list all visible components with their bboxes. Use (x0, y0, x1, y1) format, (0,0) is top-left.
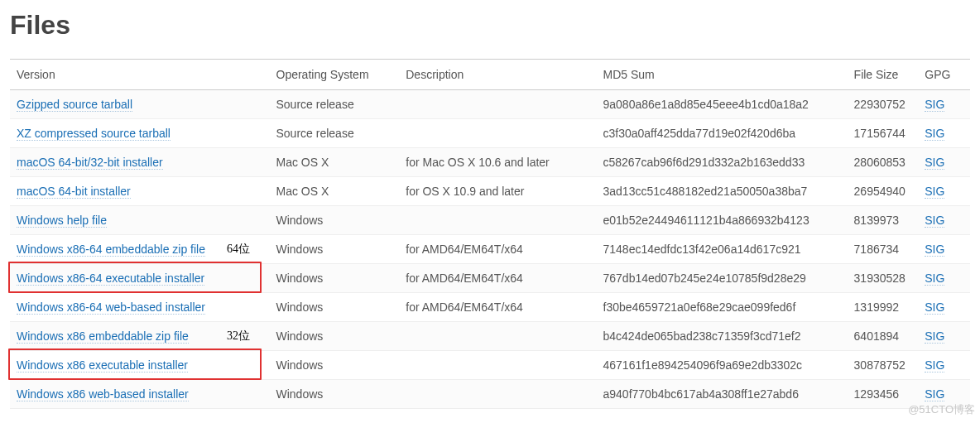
table-row: Windows help fileWindowse01b52e244946111… (10, 206, 970, 235)
cell-gpg: SIG (918, 235, 970, 264)
version-link[interactable]: Windows x86-64 embeddable zip file (17, 243, 205, 257)
cell-description: for AMD64/EM64T/x64 (399, 264, 596, 293)
cell-filesize: 28060853 (848, 148, 919, 177)
page-title: Files (10, 10, 970, 41)
cell-filesize: 17156744 (848, 119, 919, 148)
table-row: XZ compressed source tarballSource relea… (10, 119, 970, 148)
col-header-md5: MD5 Sum (597, 60, 848, 90)
cell-description (399, 90, 596, 119)
cell-os: Windows (270, 322, 400, 351)
cell-description: for AMD64/EM64T/x64 (399, 235, 596, 264)
gpg-sig-link[interactable]: SIG (925, 329, 944, 344)
annotation-32bit: 32位 (227, 329, 250, 344)
col-header-gpg: GPG (918, 60, 970, 90)
version-link[interactable]: Windows x86-64 executable installer (17, 272, 204, 286)
cell-filesize: 6401894 (848, 322, 919, 351)
table-row: macOS 64-bit installerMac OS Xfor OS X 1… (10, 177, 970, 206)
table-row: Windows x86 executable installerWindows4… (10, 351, 970, 380)
table-header-row: Version Operating System Description MD5… (10, 60, 970, 90)
table-row: macOS 64-bit/32-bit installerMac OS Xfor… (10, 148, 970, 177)
cell-os: Windows (270, 264, 400, 293)
version-link[interactable]: XZ compressed source tarball (17, 127, 171, 141)
table-row: Windows x86-64 embeddable zip fileWindow… (10, 235, 970, 264)
cell-os: Source release (270, 119, 400, 148)
gpg-sig-link[interactable]: SIG (925, 358, 944, 373)
cell-description: for Mac OS X 10.6 and later (399, 148, 596, 177)
version-link[interactable]: Windows x86 executable installer (17, 358, 188, 373)
cell-os: Windows (270, 380, 400, 409)
version-link[interactable]: Windows x86 web-based installer (17, 387, 189, 401)
cell-os: Mac OS X (270, 177, 400, 206)
annotation-64bit: 64位 (227, 242, 250, 257)
cell-version: Windows x86-64 executable installer (10, 264, 270, 293)
version-link[interactable]: macOS 64-bit/32-bit installer (17, 156, 163, 170)
col-header-desc: Description (399, 60, 596, 90)
cell-version: Windows x86-64 web-based installer (10, 293, 270, 322)
cell-version: Gzipped source tarball (10, 90, 270, 119)
table-row: Windows x86 web-based installerWindowsa9… (10, 380, 970, 409)
cell-version: Windows x86 web-based installer (10, 380, 270, 409)
cell-md5: a940f770b4bc617ab4a308ff1e27abd6 (597, 380, 848, 409)
table-row: Windows x86 embeddable zip fileWindowsb4… (10, 322, 970, 351)
gpg-sig-link[interactable]: SIG (925, 185, 944, 199)
cell-os: Windows (270, 206, 400, 235)
cell-version: macOS 64-bit installer (10, 177, 270, 206)
cell-version: XZ compressed source tarball (10, 119, 270, 148)
cell-version: macOS 64-bit/32-bit installer (10, 148, 270, 177)
gpg-sig-link[interactable]: SIG (925, 127, 944, 141)
cell-gpg: SIG (918, 148, 970, 177)
cell-gpg: SIG (918, 177, 970, 206)
cell-filesize: 31930528 (848, 264, 919, 293)
cell-os: Windows (270, 293, 400, 322)
col-header-version: Version (10, 60, 270, 90)
cell-filesize: 1319992 (848, 293, 919, 322)
cell-gpg: SIG (918, 264, 970, 293)
col-header-size: File Size (848, 60, 919, 90)
cell-md5: e01b52e24494611121b4a866932b4123 (597, 206, 848, 235)
gpg-sig-link[interactable]: SIG (925, 156, 944, 170)
cell-md5: b4c424de065bad238c71359f3cd71ef2 (597, 322, 848, 351)
gpg-sig-link[interactable]: SIG (925, 387, 944, 401)
col-header-os: Operating System (270, 60, 400, 90)
cell-md5: 767db14ed07b245e24e10785f9d28e29 (597, 264, 848, 293)
cell-md5: 7148ec14edfdc13f42e06a14d617c921 (597, 235, 848, 264)
version-link[interactable]: Windows x86 embeddable zip file (17, 329, 189, 344)
cell-description (399, 322, 596, 351)
cell-filesize: 1293456 (848, 380, 919, 409)
cell-gpg: SIG (918, 380, 970, 409)
cell-version: Windows help file (10, 206, 270, 235)
cell-gpg: SIG (918, 351, 970, 380)
table-row: Gzipped source tarballSource release9a08… (10, 90, 970, 119)
cell-gpg: SIG (918, 90, 970, 119)
gpg-sig-link[interactable]: SIG (925, 214, 944, 228)
cell-description (399, 380, 596, 409)
cell-version: Windows x86 executable installer (10, 351, 270, 380)
version-link[interactable]: macOS 64-bit installer (17, 185, 131, 199)
version-link[interactable]: Windows help file (17, 214, 107, 228)
cell-md5: 3ad13cc51c488182ed21a50050a38ba7 (597, 177, 848, 206)
cell-filesize: 30878752 (848, 351, 919, 380)
cell-description: for OS X 10.9 and later (399, 177, 596, 206)
cell-md5: f30be4659721a0ef68e29cae099fed6f (597, 293, 848, 322)
gpg-sig-link[interactable]: SIG (925, 272, 944, 286)
version-link[interactable]: Gzipped source tarball (17, 98, 132, 112)
gpg-sig-link[interactable]: SIG (925, 243, 944, 257)
cell-gpg: SIG (918, 293, 970, 322)
cell-filesize: 22930752 (848, 90, 919, 119)
cell-gpg: SIG (918, 119, 970, 148)
cell-md5: c3f30a0aff425dda77d19e02f420d6ba (597, 119, 848, 148)
table-row: Windows x86-64 executable installerWindo… (10, 264, 970, 293)
cell-md5: 467161f1e894254096f9a69e2db3302c (597, 351, 848, 380)
gpg-sig-link[interactable]: SIG (925, 98, 944, 112)
cell-os: Windows (270, 351, 400, 380)
cell-filesize: 8139973 (848, 206, 919, 235)
cell-filesize: 26954940 (848, 177, 919, 206)
cell-description (399, 351, 596, 380)
gpg-sig-link[interactable]: SIG (925, 300, 944, 315)
version-link[interactable]: Windows x86-64 web-based installer (17, 300, 205, 315)
cell-gpg: SIG (918, 322, 970, 351)
cell-filesize: 7186734 (848, 235, 919, 264)
cell-description (399, 206, 596, 235)
cell-md5: c58267cab96f6d291d332a2b163edd33 (597, 148, 848, 177)
cell-os: Mac OS X (270, 148, 400, 177)
